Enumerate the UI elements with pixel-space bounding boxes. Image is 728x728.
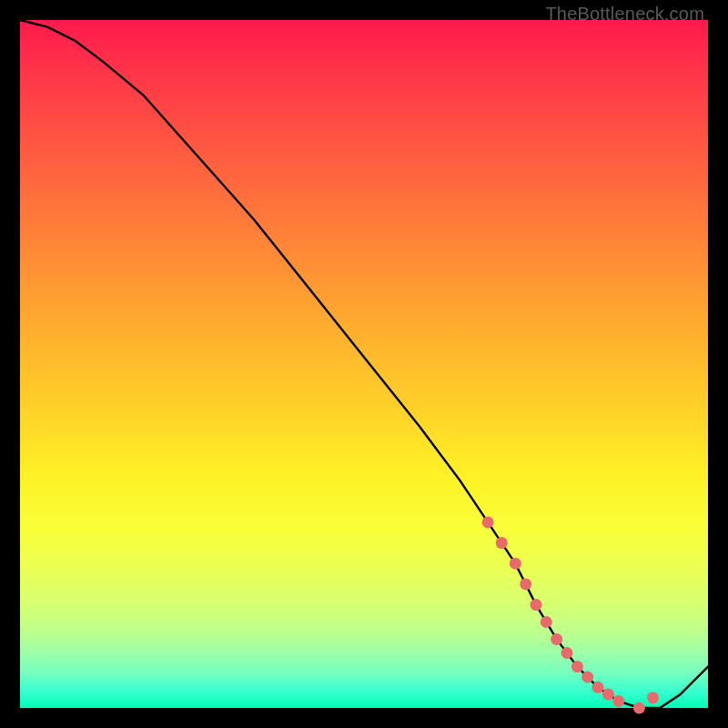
highlight-dot	[602, 688, 614, 700]
bottleneck-curve	[20, 20, 708, 708]
chart-svg	[20, 20, 708, 708]
highlight-dot	[520, 578, 531, 590]
highlight-dot	[496, 537, 508, 549]
highlight-dot	[592, 682, 604, 693]
highlight-dot	[482, 516, 494, 528]
chart-frame	[20, 20, 708, 708]
highlight-dot	[612, 695, 624, 707]
highlight-dot	[541, 616, 552, 628]
highlight-dot	[510, 558, 521, 570]
highlight-dot	[551, 633, 562, 645]
highlight-dot	[581, 672, 593, 683]
highlight-dot	[531, 599, 542, 611]
highlight-dot	[633, 703, 645, 714]
highlight-dot	[571, 661, 583, 672]
highlight-markers	[482, 516, 659, 713]
highlight-dot	[561, 647, 573, 659]
watermark-text: TheBottleneck.com	[545, 4, 704, 25]
highlight-dot	[647, 692, 659, 703]
